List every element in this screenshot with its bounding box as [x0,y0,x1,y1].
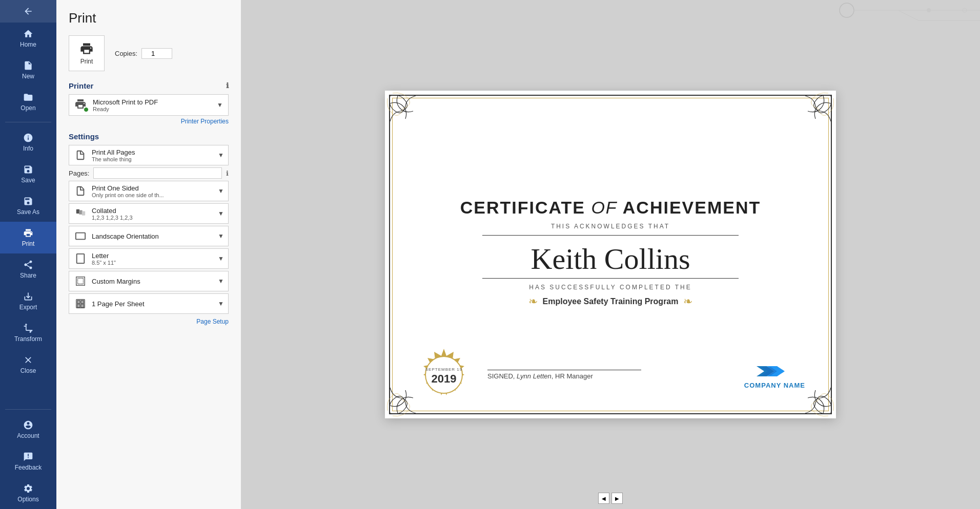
one-page-icon [75,298,86,309]
sidebar-item-close-label: Close [21,367,36,374]
certificate-divider-1 [482,235,739,236]
print-range-main: Print All Pages [92,149,214,156]
printer-info: Microsoft Print to PDF Ready [93,98,213,112]
sidebar-item-options-label: Options [17,496,38,503]
print-range-arrow: ▼ [218,152,224,159]
sidebar-item-transform[interactable]: Transform [0,317,56,349]
certificate-divider-2 [482,278,739,279]
home-icon [23,29,33,39]
sidebar-item-feedback-label: Feedback [15,464,42,471]
sides-sub: Only print on one side of th... [92,192,214,198]
margins-text: Custom Margins [92,278,214,285]
info-icon [23,133,33,143]
svg-rect-9 [81,301,84,304]
landscape-icon [75,230,86,242]
print-range-text: Print All Pages The whole thing [92,149,214,162]
swirl-right: ❧ [683,295,692,308]
save-as-icon [23,196,33,206]
page-setup-link[interactable]: Page Setup [69,318,229,325]
paper-selector[interactable]: Letter 8.5" x 11" ▼ [69,248,229,269]
preview-area: CERTIFICATE of ACHIEVEMENT THIS ACKNOWLE… [241,0,980,509]
print-range-icon [73,148,88,162]
certificate-completed: HAS SUCCESSFULLY COMPLETED THE [529,284,691,291]
sidebar-item-close[interactable]: Close [0,349,56,380]
orientation-main: Landscape Orientation [92,232,214,240]
orientation-selector[interactable]: Landscape Orientation ▼ [69,226,229,246]
pages-input[interactable] [93,167,222,179]
svg-text:2019: 2019 [432,372,457,385]
sidebar-item-save-label: Save [21,177,35,184]
orientation-arrow: ▼ [218,232,224,240]
certificate: CERTIFICATE of ACHIEVEMENT THIS ACKNOWLE… [385,91,836,418]
printer-properties-link[interactable]: Printer Properties [69,118,229,125]
options-icon [23,483,33,494]
sidebar-item-open[interactable]: Open [0,86,56,118]
printer-name: Microsoft Print to PDF [93,98,213,106]
copies-label: Copies: [115,50,137,57]
new-icon [23,60,33,71]
printer-info-icon[interactable]: ℹ [226,81,229,90]
signer-name: Lynn Letten [517,372,552,380]
pages-per-sheet-arrow: ▼ [218,300,224,307]
sidebar-item-info[interactable]: Info [0,126,56,158]
sides-text: Print One Sided Only print on one side o… [92,184,214,198]
sidebar-item-info-label: Info [23,145,33,152]
copies-input[interactable] [141,48,172,59]
sidebar-item-save-as[interactable]: Save As [0,190,56,222]
printer-section-title: Printer ℹ [69,81,229,90]
print-range-selector[interactable]: Print All Pages The whole thing ▼ [69,145,229,165]
feedback-icon [23,452,33,462]
company-logo-svg [757,361,792,381]
sidebar-item-home[interactable]: Home [0,23,56,54]
sidebar-item-new[interactable]: New [0,54,56,86]
print-button[interactable]: Print [69,35,105,71]
print-icon [23,228,33,238]
paper-text: Letter 8.5" x 11" [92,252,214,266]
svg-rect-3 [76,233,85,240]
pages-info-icon: ℹ [226,169,229,177]
pages-row: Pages: ℹ [69,167,229,179]
sidebar-item-options[interactable]: Options [0,477,56,509]
collate-main: Collated [92,207,214,215]
sidebar-item-account[interactable]: Account [0,414,56,446]
pages-per-sheet-selector[interactable]: 1 Page Per Sheet ▼ [69,293,229,314]
printer-dropdown-arrow: ▼ [217,101,223,109]
printer-status: Ready [93,106,213,112]
print-panel: Print Print Copies: Printer ℹ [56,0,241,509]
letter-icon [75,253,86,264]
corner-decoration-tr [769,91,836,157]
margins-arrow: ▼ [218,278,224,285]
next-page-button[interactable]: ▶ [611,493,623,504]
close-icon [23,355,33,365]
certificate-signature-area: SIGNED, Lynn Letten, HR Manager [472,370,744,380]
certificate-seal: SEPTEMBER 19 2019 [416,347,472,403]
copies-row: Copies: [115,48,172,59]
paper-sub: 8.5" x 11" [92,260,214,266]
sidebar-item-export[interactable]: Export [0,285,56,317]
sidebar-item-print[interactable]: Print [0,222,56,253]
orientation-icon [73,229,88,243]
collate-selector[interactable]: Collated 1,2,3 1,2,3 1,2,3 ▼ [69,203,229,224]
sidebar-item-new-label: New [22,73,34,80]
sides-selector[interactable]: Print One Sided Only print on one side o… [69,181,229,201]
margins-selector[interactable]: Custom Margins ▼ [69,271,229,291]
one-sided-icon [75,185,86,197]
sidebar-item-share[interactable]: Share [0,253,56,285]
company-name: COMPANY NAME [744,381,805,389]
open-icon [23,92,33,102]
prev-page-button[interactable]: ◀ [598,493,609,504]
svg-rect-10 [77,304,80,307]
certificate-bottom: SEPTEMBER 19 2019 SIGNED, Lynn Letten, H… [416,347,805,403]
sidebar-item-back[interactable] [0,0,56,23]
printer-selector[interactable]: Microsoft Print to PDF Ready ▼ [69,94,229,116]
print-range-sub: The whole thing [92,156,214,162]
signature-text: SIGNED, Lynn Letten, HR Manager [487,372,593,380]
print-button-label: Print [80,58,93,65]
sides-arrow: ▼ [218,187,224,195]
collate-sub: 1,2,3 1,2,3 1,2,3 [92,215,214,221]
print-button-icon [79,41,94,56]
sidebar-item-save[interactable]: Save [0,158,56,190]
sidebar-item-feedback[interactable]: Feedback [0,446,56,477]
settings-section-title: Settings [69,132,229,141]
pages-per-sheet-icon [73,296,88,311]
